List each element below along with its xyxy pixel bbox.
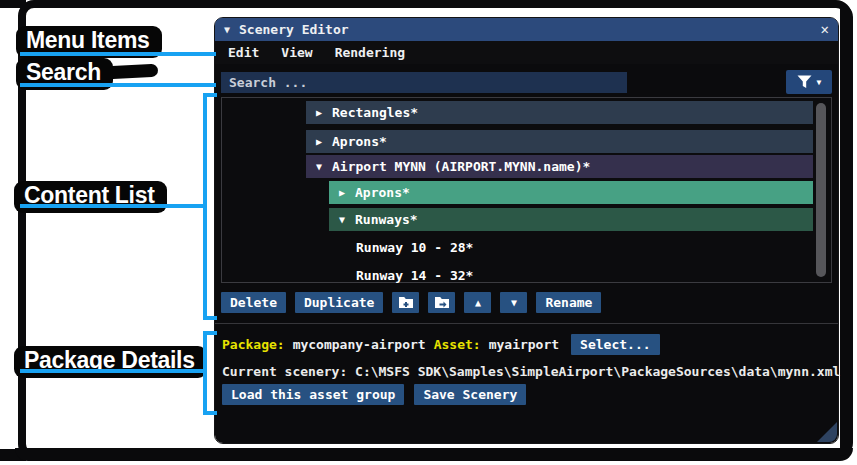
annotation-bracket-package-details: [203, 331, 207, 415]
duplicate-button[interactable]: Duplicate: [295, 292, 383, 313]
delete-button[interactable]: Delete: [221, 292, 286, 313]
tree-row-label: Aprons*: [332, 134, 387, 149]
annotation-bracket-arm: [203, 411, 217, 415]
package-actions: Load this asset group Save Scenery: [222, 384, 526, 405]
annotation-line-package-details: [20, 369, 207, 373]
annotation-bracket-arm: [203, 316, 217, 320]
tree-row-airport-aprons[interactable]: ▶ Aprons*: [329, 181, 813, 204]
folder-arrow-icon: [434, 296, 450, 309]
load-asset-group-button[interactable]: Load this asset group: [222, 384, 404, 405]
tree-row-aprons[interactable]: ▶ Aprons*: [306, 130, 813, 153]
annotation-package-details: Package Details: [14, 346, 207, 378]
move-up-button[interactable]: ▲: [464, 292, 491, 313]
tree-row-label: Airport MYNN (AIRPORT.MYNN.name)*: [332, 159, 590, 174]
add-to-group-button[interactable]: [392, 292, 419, 313]
menu-edit[interactable]: Edit: [228, 45, 259, 60]
expand-arrow-icon: ▶: [329, 187, 355, 198]
collapse-arrow-icon: ▼: [329, 214, 355, 225]
expand-arrow-icon: ▶: [306, 107, 332, 118]
folder-plus-icon: [398, 296, 414, 309]
expand-arrow-icon: ▶: [306, 136, 332, 147]
asset-value: myairport: [489, 337, 559, 352]
resize-grip[interactable]: [817, 422, 837, 442]
asset-label: Asset:: [434, 337, 481, 352]
tree-item-runway-10-28[interactable]: Runway 10 - 28*: [356, 240, 473, 256]
filter-button[interactable]: ▼: [786, 70, 832, 94]
tree-row-rectangles[interactable]: ▶ Rectangles*: [306, 101, 813, 124]
scenery-editor-window: ▼ Scenery Editor ✕ Edit View Rendering S…: [215, 18, 838, 443]
annotation-line-search: [20, 83, 216, 87]
tree-row-label: Rectangles*: [332, 105, 418, 120]
package-value: mycompany-airport: [293, 337, 426, 352]
menu-rendering[interactable]: Rendering: [335, 45, 405, 60]
move-to-group-button[interactable]: [428, 292, 455, 313]
content-list-panel: ▶ Rectangles* ▶ Aprons* ▼ Airport MYNN (…: [221, 97, 832, 283]
move-down-button[interactable]: ▼: [500, 292, 527, 313]
frame-edge: [15, 448, 853, 461]
select-button[interactable]: Select...: [571, 334, 659, 355]
menu-bar: Edit View Rendering: [215, 41, 838, 64]
tree-row-label: Aprons*: [355, 185, 410, 200]
tree-item-runway-14-32[interactable]: Runway 14 - 32*: [356, 268, 473, 284]
menu-view[interactable]: View: [281, 45, 312, 60]
annotation-bracket-arm: [203, 331, 217, 335]
package-row: Package: mycompany-airport Asset: myairp…: [222, 333, 660, 355]
annotation-line-content-list: [20, 204, 207, 208]
annotated-screenshot: ▼ Scenery Editor ✕ Edit View Rendering S…: [0, 0, 857, 465]
collapse-window-icon[interactable]: ▼: [224, 25, 230, 35]
current-scenery-path: Current scenery: C:\MSFS SDK\Samples\Sim…: [222, 364, 840, 379]
save-scenery-button[interactable]: Save Scenery: [414, 384, 526, 405]
section-divider: [215, 323, 838, 324]
tree-row-runways[interactable]: ▼ Runways*: [329, 208, 813, 231]
close-icon[interactable]: ✕: [821, 21, 829, 37]
search-input[interactable]: Search ...: [221, 72, 627, 93]
filter-caret-icon: ▼: [817, 78, 822, 87]
annotation-marker: [106, 64, 159, 80]
list-toolbar: Delete Duplicate ▲ ▼ Rename: [221, 292, 601, 313]
tree-row-label: Runways*: [355, 212, 418, 227]
collapse-arrow-icon: ▼: [306, 161, 332, 172]
annotation-content-list: Content List: [14, 181, 167, 213]
annotation-bracket-content-list: [203, 93, 207, 320]
title-bar[interactable]: ▼ Scenery Editor ✕: [215, 18, 838, 41]
window-title: Scenery Editor: [239, 22, 349, 37]
scrollbar-thumb[interactable]: [816, 103, 826, 277]
tree-row-airport-mynn[interactable]: ▼ Airport MYNN (AIRPORT.MYNN.name)*: [306, 155, 813, 178]
package-label: Package:: [222, 337, 285, 352]
frame-edge: [0, 0, 26, 8]
annotation-line-menu-items: [20, 52, 216, 56]
filter-funnel-icon: [797, 75, 812, 89]
rename-button[interactable]: Rename: [536, 292, 601, 313]
frame-edge: [840, 4, 853, 456]
annotation-bracket-arm: [203, 93, 217, 97]
